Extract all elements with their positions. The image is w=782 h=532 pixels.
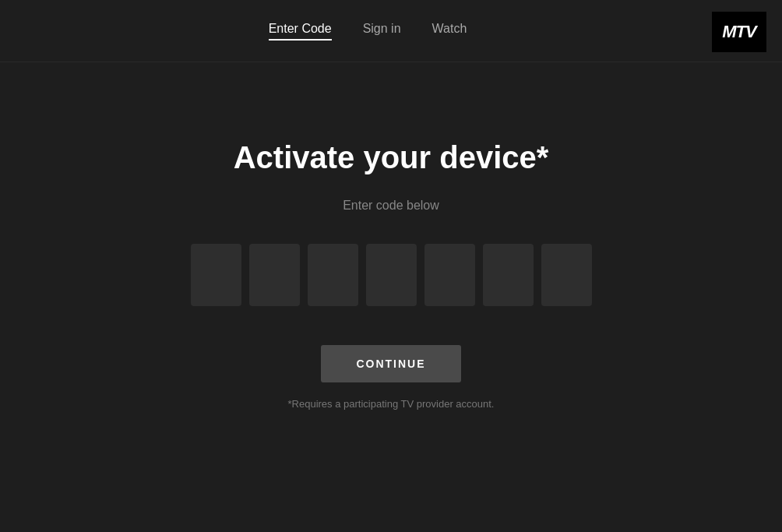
code-input-2[interactable] (249, 244, 300, 306)
nav-sign-in[interactable]: Sign in (363, 22, 401, 41)
main-content: Activate your device* Enter code below C… (0, 62, 782, 410)
mtv-logo: MTV (712, 12, 766, 52)
code-input-7[interactable] (541, 244, 592, 306)
nav-watch[interactable]: Watch (432, 22, 467, 41)
continue-button[interactable]: CONTINUE (321, 345, 461, 382)
code-input-4[interactable] (366, 244, 417, 306)
code-input-3[interactable] (308, 244, 358, 306)
header: Enter Code Sign in Watch MTV (0, 0, 782, 62)
disclaimer-text: *Requires a participating TV provider ac… (288, 398, 495, 410)
page-title: Activate your device* (234, 140, 549, 175)
code-input-6[interactable] (483, 244, 534, 306)
logo-text: MTV (722, 22, 756, 42)
enter-code-subtitle: Enter code below (343, 199, 439, 213)
code-input-1[interactable] (191, 244, 241, 306)
nav-enter-code[interactable]: Enter Code (269, 22, 332, 41)
main-nav: Enter Code Sign in Watch (16, 22, 720, 41)
code-input-5[interactable] (424, 244, 475, 306)
code-input-group (191, 244, 592, 306)
